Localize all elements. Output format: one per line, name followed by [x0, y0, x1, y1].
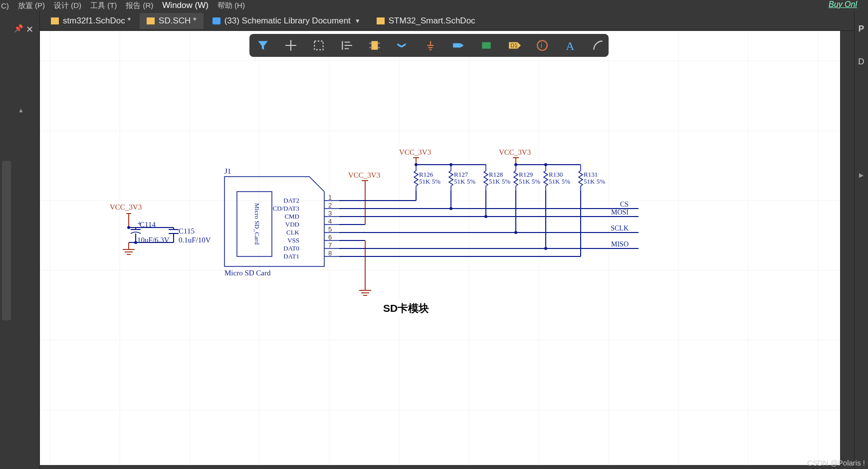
svg-text:VCC_3V3: VCC_3V3: [348, 171, 380, 179]
svg-text:2: 2: [328, 202, 332, 209]
crosshair-tool-icon[interactable]: [284, 37, 297, 53]
resistor-r131[interactable]: R13151K 5%: [579, 165, 605, 191]
folder-icon: [51, 17, 59, 24]
svg-text:51K 5%: 51K 5%: [584, 178, 605, 185]
svg-text:Micro SD_Card: Micro SD_Card: [253, 203, 261, 245]
svg-text:J1: J1: [224, 167, 231, 175]
left-scrollbar[interactable]: [2, 161, 11, 320]
footprint-tool-icon[interactable]: [480, 37, 493, 53]
ground-tool-icon[interactable]: [424, 37, 437, 53]
svg-text:R130: R130: [549, 171, 563, 178]
svg-text:8: 8: [328, 249, 332, 257]
svg-text:CLK: CLK: [286, 229, 300, 236]
marquee-tool-icon[interactable]: [312, 37, 325, 53]
svg-text:DAT2: DAT2: [283, 197, 299, 204]
svg-text:VDD: VDD: [285, 221, 299, 228]
panel-d[interactable]: D: [855, 57, 868, 67]
tab-schlib[interactable]: (33) Schematic Library Document▼: [206, 13, 368, 29]
schematic-toolbar: D1 i A: [249, 34, 609, 57]
resistor-r130[interactable]: R13051K 5%: [544, 165, 570, 191]
svg-text:C114: C114: [140, 221, 156, 229]
folder-icon: [147, 17, 155, 24]
svg-text:DAT0: DAT0: [283, 244, 299, 252]
svg-rect-1: [372, 41, 378, 49]
svg-text:CS: CS: [620, 201, 629, 208]
resistor-r129[interactable]: R12951K 5%: [514, 165, 540, 191]
designator-tool-icon[interactable]: D1: [508, 37, 521, 53]
panel-p[interactable]: P: [855, 24, 868, 34]
decoupling-section[interactable]: VCC_3V3 + C114 10uF/6.3V: [110, 203, 211, 254]
svg-text:VCC_3V3: VCC_3V3: [110, 203, 142, 211]
expand-tri-icon[interactable]: ▲: [18, 107, 24, 114]
svg-text:MOSI: MOSI: [611, 209, 629, 216]
resistor-r126[interactable]: R12651K 5%: [414, 165, 440, 191]
watermark: CSDN @Polaris !: [807, 459, 865, 467]
resistor-r128[interactable]: R12851K 5%: [484, 165, 510, 191]
align-tool-icon[interactable]: [340, 37, 353, 53]
tab-sd-sch[interactable]: SD.SCH *: [140, 13, 204, 29]
chevron-down-icon[interactable]: ▼: [355, 17, 361, 24]
library-icon: [213, 17, 220, 24]
svg-text:4: 4: [328, 218, 332, 225]
component-j1[interactable]: J1 Micro SD_Card Micro SD Card DAT2 CD/D…: [224, 167, 339, 277]
arc-tool-icon[interactable]: [592, 37, 605, 53]
menu-tools[interactable]: 工具 (T): [90, 1, 117, 10]
buy-online-link[interactable]: Buy Onl: [829, 0, 857, 9]
svg-text:0.1uF/10V: 0.1uF/10V: [179, 236, 211, 244]
svg-text:R126: R126: [419, 171, 434, 178]
tab-stm32-smart[interactable]: STM32_Smart.SchDoc: [370, 13, 482, 29]
tab-label: STM32_Smart.SchDoc: [389, 16, 475, 26]
tab-stm32f1[interactable]: stm32f1.SchDoc *: [44, 13, 138, 29]
filter-tool-icon[interactable]: [256, 37, 269, 53]
module-title: SD卡模块: [383, 302, 429, 314]
tab-label: (33) Schematic Library Document: [224, 16, 351, 26]
menu-c[interactable]: C): [1, 1, 9, 10]
svg-text:R128: R128: [489, 171, 503, 178]
svg-text:6: 6: [328, 234, 332, 241]
info-tool-icon[interactable]: i: [536, 37, 549, 53]
menu-report[interactable]: 报告 (R): [126, 1, 153, 10]
svg-text:R129: R129: [519, 171, 533, 178]
svg-text:A: A: [566, 39, 575, 52]
right-panel-strip: P D ▶: [854, 11, 868, 469]
svg-text:51K 5%: 51K 5%: [454, 178, 475, 185]
svg-text:VSS: VSS: [287, 236, 299, 244]
schematic-svg: J1 Micro SD_Card Micro SD Card DAT2 CD/D…: [40, 31, 840, 465]
menu-window[interactable]: Window (W): [162, 0, 209, 10]
collapse-tri-icon[interactable]: ▶: [855, 172, 868, 179]
bus-tool-icon[interactable]: [396, 37, 409, 53]
svg-text:MISO: MISO: [611, 240, 629, 248]
svg-text:i: i: [541, 41, 542, 49]
svg-text:51K 5%: 51K 5%: [519, 178, 540, 185]
svg-text:CMD: CMD: [284, 213, 299, 220]
svg-text:DAT1: DAT1: [283, 252, 299, 260]
netport-tool-icon[interactable]: [452, 37, 465, 53]
pin-icon[interactable]: 📌: [14, 24, 23, 33]
svg-text:51K 5%: 51K 5%: [549, 178, 570, 185]
tab-label: stm32f1.SchDoc *: [63, 16, 131, 26]
tab-label: SD.SCH *: [159, 16, 197, 26]
resistor-r127[interactable]: R12751K 5%: [449, 165, 475, 191]
svg-text:Micro SD Card: Micro SD Card: [224, 269, 271, 277]
menu-placement[interactable]: 放置 (P): [18, 1, 45, 10]
svg-text:R127: R127: [454, 171, 468, 178]
svg-text:D1: D1: [510, 42, 517, 48]
svg-text:3: 3: [328, 210, 332, 217]
svg-text:1: 1: [328, 194, 332, 201]
svg-text:7: 7: [328, 241, 332, 249]
close-icon[interactable]: ✕: [26, 24, 33, 35]
svg-rect-3: [482, 42, 490, 49]
svg-text:VCC_3V3: VCC_3V3: [399, 148, 431, 156]
svg-point-74: [134, 241, 137, 244]
svg-text:R131: R131: [584, 171, 598, 178]
text-tool-icon[interactable]: A: [564, 37, 577, 53]
svg-text:SCLK: SCLK: [611, 225, 629, 232]
schematic-canvas[interactable]: D1 i A J1 Micro SD_Card Micro SD Card: [40, 31, 840, 465]
pullups[interactable]: VCC_3V3 VCC_3V3 R12651K 5%R12751K 5%R128…: [399, 148, 605, 191]
component-tool-icon[interactable]: [368, 37, 381, 53]
main-canvas-area: stm32f1.SchDoc * SD.SCH * (33) Schematic…: [40, 11, 854, 469]
svg-point-60: [127, 226, 130, 229]
menu-bar: C) 放置 (P) 设计 (D) 工具 (T) 报告 (R) Window (W…: [0, 0, 868, 11]
menu-help[interactable]: 帮助 (H): [217, 1, 245, 10]
menu-design[interactable]: 设计 (D): [54, 1, 81, 10]
